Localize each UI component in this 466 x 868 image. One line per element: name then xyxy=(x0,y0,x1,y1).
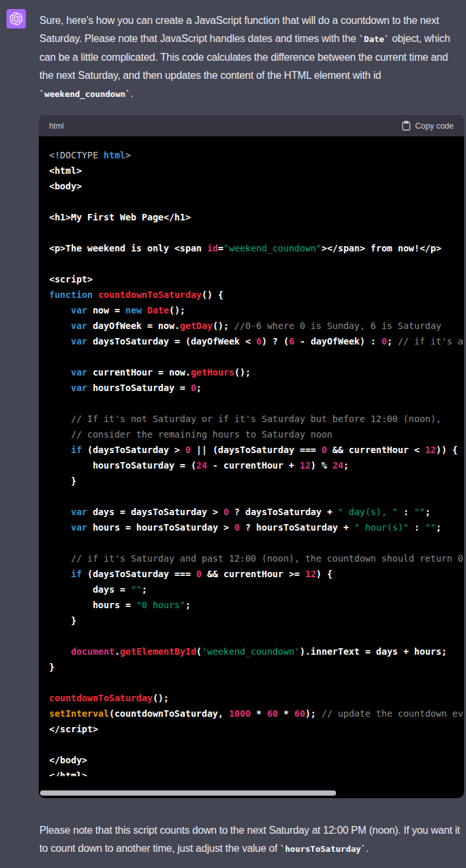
code-line: setInterval(countdownToSaturday, 1000 * … xyxy=(49,706,454,721)
code-line: <body> xyxy=(49,178,454,194)
code-line xyxy=(49,535,454,551)
code-line: </html> xyxy=(49,768,454,776)
code-block: html Copy code <!DOCTYPE html><html><bod… xyxy=(39,115,464,798)
code-line: } xyxy=(49,473,454,489)
code-line: <html> xyxy=(49,163,454,178)
code-line: <h1>My First Web Page</h1> xyxy=(49,209,454,225)
code-line xyxy=(49,489,454,504)
code-line: countdownToSaturday(); xyxy=(49,690,454,706)
code-line: <p>The weekend is only <span id="weekend… xyxy=(49,240,454,256)
paragraph-text: . xyxy=(131,88,133,99)
inline-code: `hoursToSaturday` xyxy=(280,844,366,854)
code-line xyxy=(49,225,454,240)
code-line: </script> xyxy=(49,721,454,737)
code-line: var hoursToSaturday = 0; xyxy=(49,380,454,396)
code-line: // if it's Saturday and past 12:00 (noon… xyxy=(49,551,454,566)
code-line: } xyxy=(49,613,454,628)
code-line xyxy=(49,737,454,752)
paragraph-text: Please note that this script counts down… xyxy=(39,825,460,854)
code-line xyxy=(49,194,454,209)
code-line: var now = new Date(); xyxy=(49,302,454,318)
message-paragraph: Sure, here's how you can create a JavaSc… xyxy=(39,12,463,103)
code-line: // consider the remaining hours to Satur… xyxy=(49,427,454,442)
code-line: hours = "0 hours"; xyxy=(49,597,454,613)
copy-code-label: Copy code xyxy=(415,122,454,131)
code-line xyxy=(49,675,454,690)
clipboard-icon xyxy=(402,121,410,131)
code-line: hoursToSaturday = (24 - currentHour + 12… xyxy=(49,458,454,473)
code-line: </body> xyxy=(49,752,454,768)
code-line: var hours = hoursToSaturday > 0 ? hoursT… xyxy=(49,520,454,535)
code-line: var currentHour = now.getHours(); xyxy=(49,365,454,380)
message-paragraph: Please note that this script counts down… xyxy=(39,821,463,858)
code-line xyxy=(49,628,454,644)
code-line: document.getElementById('weekend_coundow… xyxy=(49,644,454,659)
code-line xyxy=(49,349,454,365)
code-line: function countdownToSaturday() { xyxy=(49,287,454,302)
code-line: if (daysToSaturday === 0 && currentHour … xyxy=(49,566,454,582)
code-line: var days = daysToSaturday > 0 ? daysToSa… xyxy=(49,504,454,520)
code-line xyxy=(49,396,454,411)
assistant-avatar xyxy=(6,9,26,28)
code-line: <script> xyxy=(49,271,454,287)
code-line: days = ""; xyxy=(49,582,454,597)
code-line xyxy=(49,256,454,271)
copy-code-button[interactable]: Copy code xyxy=(402,121,454,131)
inline-code: `Date` xyxy=(359,34,389,44)
code-line: if (daysToSaturday > 0 || (daysToSaturda… xyxy=(49,442,454,458)
horizontal-scrollbar-thumb[interactable] xyxy=(40,790,336,796)
code-content[interactable]: <!DOCTYPE html><html><body> <h1>My First… xyxy=(39,136,464,776)
inline-code: `weekend_coundown` xyxy=(39,89,131,99)
code-line: // If it's not Saturday or if it's Satur… xyxy=(49,411,454,427)
code-block-header: html Copy code xyxy=(39,115,464,136)
code-line: } xyxy=(49,659,454,675)
code-line: var dayOfWeek = now.getDay(); //0-6 wher… xyxy=(49,318,454,333)
openai-logo-icon xyxy=(10,12,23,25)
paragraph-text: . xyxy=(366,843,368,854)
code-line: <!DOCTYPE html> xyxy=(49,147,454,163)
code-line: var daysToSaturday = (dayOfWeek < 6) ? (… xyxy=(49,333,454,349)
code-language-label: html xyxy=(49,122,64,131)
